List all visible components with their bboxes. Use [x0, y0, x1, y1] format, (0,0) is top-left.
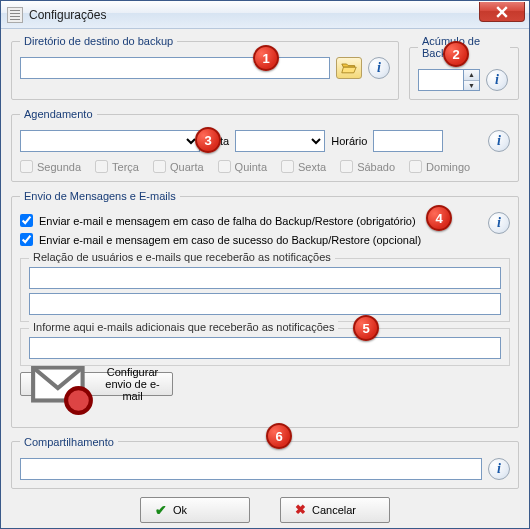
- group-schedule: Agendamento Data Horário i Segunda Terça…: [11, 108, 519, 182]
- svg-point-3: [66, 388, 91, 413]
- subgroup-users-emails-legend: Relação de usuários e e-mails que recebe…: [29, 251, 335, 263]
- day-domingo[interactable]: Domingo: [409, 160, 470, 173]
- ok-button[interactable]: ✔ Ok: [140, 497, 250, 523]
- day-quinta[interactable]: Quinta: [218, 160, 267, 173]
- share-input[interactable]: [20, 458, 482, 480]
- day-quarta-check[interactable]: [153, 160, 166, 173]
- users-emails-line1[interactable]: [29, 267, 501, 289]
- additional-emails-input[interactable]: [29, 337, 501, 359]
- accum-legend: Acúmulo de Backup's: [418, 35, 510, 59]
- subgroup-additional-emails: Informe aqui e-mails adicionais que rece…: [20, 328, 510, 366]
- backup-dir-legend: Diretório de destino do backup: [20, 35, 177, 47]
- chk-success[interactable]: [20, 233, 33, 246]
- day-segunda-check[interactable]: [20, 160, 33, 173]
- chk-success-label: Enviar e-mail e mensagem em caso de suce…: [39, 234, 421, 246]
- day-terca[interactable]: Terça: [95, 160, 139, 173]
- schedule-days: Segunda Terça Quarta Quinta Sexta Sábado…: [20, 160, 510, 173]
- day-sexta-check[interactable]: [281, 160, 294, 173]
- messaging-legend: Envio de Mensagens e E-mails: [20, 190, 180, 202]
- info-button[interactable]: i: [488, 130, 510, 152]
- accum-input[interactable]: [418, 69, 464, 91]
- titlebar: Configurações: [1, 1, 529, 29]
- group-accum: Acúmulo de Backup's ▲ ▼ i: [409, 35, 519, 100]
- users-emails-line2[interactable]: [29, 293, 501, 315]
- schedule-date-select[interactable]: [235, 130, 325, 152]
- accum-up[interactable]: ▲: [464, 70, 479, 80]
- schedule-time-label: Horário: [331, 135, 367, 147]
- day-sabado[interactable]: Sábado: [340, 160, 395, 173]
- day-sexta[interactable]: Sexta: [281, 160, 326, 173]
- window: Configurações 1 2 3 4 5 6 Diretório de d…: [0, 0, 530, 529]
- schedule-data-label: Data: [206, 135, 229, 147]
- configure-email-button[interactable]: Configurar envio de e-mail: [20, 372, 173, 396]
- check-icon: ✔: [155, 502, 167, 518]
- group-backup-dir: Diretório de destino do backup i: [11, 35, 399, 100]
- day-terca-check[interactable]: [95, 160, 108, 173]
- info-button[interactable]: i: [486, 69, 508, 91]
- close-icon: [496, 6, 508, 18]
- group-share: Compartilhamento i: [11, 436, 519, 489]
- cross-icon: ✖: [295, 502, 306, 517]
- schedule-frequency-select[interactable]: [20, 130, 200, 152]
- share-legend: Compartilhamento: [20, 436, 118, 448]
- subgroup-additional-emails-legend: Informe aqui e-mails adicionais que rece…: [29, 321, 338, 333]
- cancel-button[interactable]: ✖ Cancelar: [280, 497, 390, 523]
- dialog-buttons: ✔ Ok ✖ Cancelar: [11, 497, 519, 523]
- schedule-time-input[interactable]: [373, 130, 443, 152]
- day-segunda[interactable]: Segunda: [20, 160, 81, 173]
- subgroup-users-emails: Relação de usuários e e-mails que recebe…: [20, 258, 510, 322]
- chk-fail-label: Enviar e-mail e mensagem em caso de falh…: [39, 215, 416, 227]
- group-messaging: Envio de Mensagens e E-mails Enviar e-ma…: [11, 190, 519, 428]
- window-title: Configurações: [29, 8, 106, 22]
- info-button[interactable]: i: [488, 458, 510, 480]
- browse-button[interactable]: [336, 57, 362, 79]
- day-domingo-check[interactable]: [409, 160, 422, 173]
- accum-spinner[interactable]: ▲ ▼: [418, 69, 480, 91]
- info-button[interactable]: i: [488, 212, 510, 234]
- close-button[interactable]: [479, 2, 525, 22]
- backup-dir-input[interactable]: [20, 57, 330, 79]
- app-icon: [7, 7, 23, 23]
- client-area: 1 2 3 4 5 6 Diretório de destino do back…: [1, 29, 529, 528]
- day-quinta-check[interactable]: [218, 160, 231, 173]
- schedule-legend: Agendamento: [20, 108, 97, 120]
- day-sabado-check[interactable]: [340, 160, 353, 173]
- folder-open-icon: [341, 61, 357, 75]
- info-button[interactable]: i: [368, 57, 390, 79]
- chk-fail[interactable]: [20, 214, 33, 227]
- day-quarta[interactable]: Quarta: [153, 160, 204, 173]
- accum-down[interactable]: ▼: [464, 80, 479, 91]
